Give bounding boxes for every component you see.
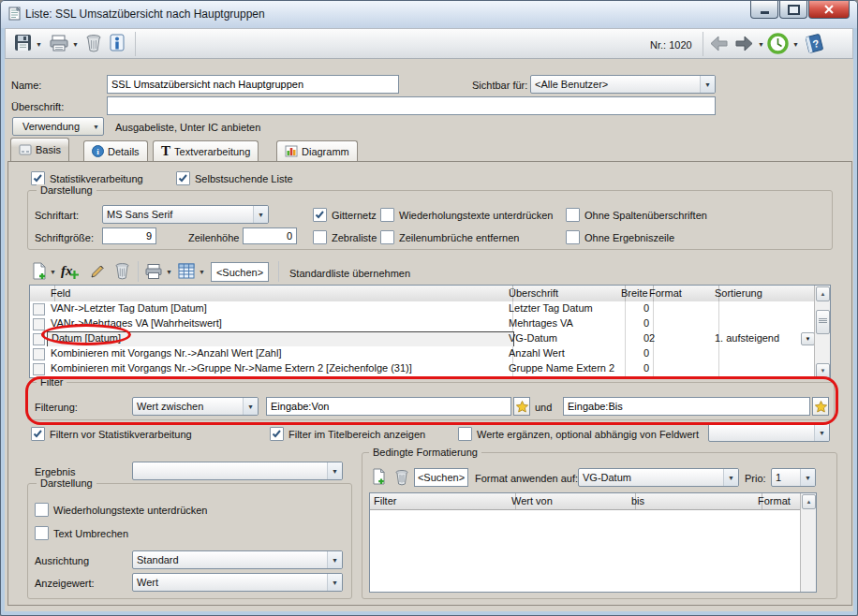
history-button[interactable] <box>767 33 789 54</box>
plus-icon <box>70 271 79 279</box>
wiederholungstexte2-checkbox[interactable]: Wiederholungstexte unterdrücken <box>35 503 207 517</box>
help-button[interactable]: ? <box>804 33 825 54</box>
filterung-select[interactable]: Wert zwischen▼ <box>132 397 259 416</box>
scroll-thumb[interactable] <box>816 310 830 334</box>
format-table: Filter Wert von bis Format ▲ <box>369 492 817 593</box>
row-checkbox[interactable] <box>33 363 45 375</box>
table-row[interactable]: VANr->Letzter Tag Datum [Datum] Letzter … <box>30 301 817 316</box>
col-ueberschrift[interactable]: Überschrift <box>505 286 626 301</box>
wiederholungstexte-checkbox[interactable]: Wiederholungstexte unterdrücken <box>380 208 553 222</box>
edit-field-button[interactable] <box>89 263 106 280</box>
selbstsuchend-checkbox[interactable]: Selbstsuchende Liste <box>176 171 293 185</box>
chevron-down-icon: ▼ <box>327 462 342 479</box>
table-row-clipped[interactable]: Kombinieren mit Vorgangs Nr.->Mw.St. [Pr… <box>30 376 817 378</box>
filter-bis-input[interactable] <box>563 397 810 416</box>
visible-for-select[interactable]: <Alle Benutzer>▼ <box>530 75 716 94</box>
add-document-icon <box>371 468 387 486</box>
sortierung-dropdown-button[interactable]: ▼ <box>801 332 815 345</box>
ausrichtung-select[interactable]: Standard▼ <box>132 550 343 569</box>
save-button[interactable] <box>14 34 33 52</box>
col-filter[interactable]: Filter <box>370 493 516 509</box>
printer-icon <box>49 34 69 52</box>
row-checkbox[interactable] <box>33 303 45 315</box>
schriftgroesse-input[interactable] <box>102 227 156 244</box>
filter-von-favorite-button[interactable] <box>513 397 530 416</box>
standardliste-link[interactable]: Standardliste übernehmen <box>289 268 410 279</box>
ergebnis-select[interactable]: ▼ <box>132 462 343 480</box>
table-row[interactable]: Kombinieren mit Vorgangs Nr.->Anzahl Wer… <box>30 346 817 361</box>
filter-bis-favorite-button[interactable] <box>812 397 829 416</box>
anzeigewert-select[interactable]: Wert▼ <box>132 573 343 592</box>
row-checkbox[interactable] <box>33 348 45 360</box>
col-bis[interactable]: bis <box>628 493 762 509</box>
save-dropdown-caret[interactable]: ▼ <box>36 41 42 48</box>
print-list-caret[interactable]: ▼ <box>166 269 172 275</box>
table-view-caret[interactable]: ▼ <box>199 269 205 275</box>
history-dropdown-caret[interactable]: ▼ <box>792 41 799 48</box>
zeilenhoehe-input[interactable] <box>243 227 297 244</box>
forward-button[interactable] <box>734 36 754 51</box>
tab-diagramm[interactable]: Diagramm <box>276 140 358 161</box>
chevron-down-icon: ▼ <box>327 551 342 568</box>
heading-input[interactable] <box>107 96 716 115</box>
scroll-up-button[interactable]: ▲ <box>816 286 830 301</box>
info-button[interactable] <box>109 34 126 52</box>
statistik-checkbox[interactable]: Statistikverarbeitung <box>31 171 143 185</box>
format-suchen-button[interactable]: <Suchen> <box>414 468 468 487</box>
scroll-down-button[interactable]: ▼ <box>816 363 830 378</box>
filtern-vor-statistik-checkbox[interactable]: Filtern vor Statistikverarbeitung <box>31 427 192 441</box>
zebraliste-checkbox[interactable]: Zebraliste <box>313 230 377 244</box>
ohne-spaltenueberschriften-checkbox[interactable]: Ohne Spaltenüberschriften <box>566 208 707 222</box>
title-bar[interactable]: Liste: SSL Umsatzübersicht nach Hauptgru… <box>1 1 857 28</box>
delete-format-button[interactable] <box>394 469 409 486</box>
table-view-button[interactable] <box>178 263 195 279</box>
format-anwenden-select[interactable]: VG-Datum▼ <box>578 468 739 487</box>
zeilenumbrueche-checkbox[interactable]: Zeilenumbrüche entfernen <box>380 230 519 244</box>
close-icon <box>824 5 834 14</box>
tab-details[interactable]: i Details <box>83 140 148 161</box>
col-sortierung[interactable]: Sortierung <box>711 286 825 301</box>
ohne-ergebniszeile-checkbox[interactable]: Ohne Ergebniszeile <box>566 230 674 244</box>
table-row[interactable]: VANr->Mehrtages VA [Wahrheitswert] Mehrt… <box>30 316 817 331</box>
format-table-scrollbar[interactable]: ▲ <box>800 493 816 592</box>
filter-von-input[interactable] <box>266 397 511 416</box>
col-feld[interactable]: Feld <box>47 286 513 301</box>
delete-field-button[interactable] <box>114 262 130 280</box>
add-format-button[interactable] <box>371 468 387 486</box>
printer-icon <box>144 263 163 280</box>
print-list-button[interactable] <box>144 263 163 280</box>
filter-titelbereich-checkbox[interactable]: Filter im Titelbereich anzeigen <box>270 427 425 441</box>
text-umbrechen-checkbox[interactable]: Text Umbrechen <box>35 526 128 540</box>
maximize-button[interactable] <box>779 1 807 19</box>
field-table-scrollbar[interactable]: ▲ ▼ <box>814 286 830 378</box>
scroll-up-button[interactable]: ▲ <box>802 494 816 509</box>
tab-basis[interactable]: Basis <box>10 138 69 161</box>
prio-select[interactable]: 1▼ <box>771 468 816 487</box>
checkbox-checked <box>313 208 327 222</box>
werte-ergaenzen-select[interactable]: ▼ <box>708 423 830 442</box>
print-button[interactable] <box>49 34 69 52</box>
formula-field-button[interactable]: fx <box>61 263 79 279</box>
verwendung-button[interactable]: Verwendung▼ <box>12 117 104 136</box>
close-button[interactable] <box>808 1 850 19</box>
schriftart-select[interactable]: MS Sans Serif▼ <box>102 205 269 224</box>
tab-textverarbeitung[interactable]: T Textverarbeitung <box>153 140 259 161</box>
row-checkbox[interactable] <box>33 318 45 330</box>
col-wert-von[interactable]: Wert von <box>508 493 636 509</box>
print-dropdown-caret[interactable]: ▼ <box>72 41 79 48</box>
col-format[interactable]: Format <box>645 286 719 301</box>
gitternetz-checkbox[interactable]: Gitternetz <box>313 208 377 222</box>
suchen-button[interactable]: <Suchen> <box>211 262 269 282</box>
back-button[interactable] <box>709 36 729 51</box>
delete-button[interactable] <box>85 34 102 52</box>
name-input[interactable] <box>107 75 399 94</box>
add-field-caret[interactable]: ▼ <box>50 269 56 275</box>
row-checkbox[interactable] <box>33 333 45 345</box>
table-row-selected[interactable]: Datum [Datum] VG-Datum 0 2 1. aufsteigen… <box>30 331 817 346</box>
forward-dropdown-caret[interactable]: ▼ <box>758 41 764 48</box>
minimize-button[interactable] <box>750 1 778 19</box>
add-field-button[interactable] <box>31 262 48 281</box>
field-table-header: Feld Überschrift Breite Format Sortierun… <box>30 286 815 302</box>
table-row[interactable]: Kombinieren mit Vorgangs Nr.->Gruppe Nr-… <box>30 361 817 376</box>
werte-ergaenzen-checkbox[interactable]: Werte ergänzen, optional abhängig von Fe… <box>458 427 699 441</box>
